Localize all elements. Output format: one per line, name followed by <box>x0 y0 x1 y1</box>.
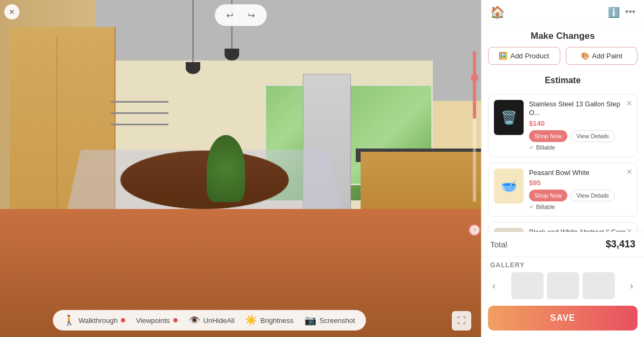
bottom-toolbar: 🚶 Walkthrough Viewpoints 👁️ UnHideAll ☀️… <box>52 310 365 331</box>
product-image: 🖼️ <box>494 228 524 232</box>
estimate-section: Estimate <box>482 71 644 94</box>
product-card: ✕ 🗑️ Stainless Steel 13 Gallon Step O...… <box>488 94 638 157</box>
product-close-button[interactable]: ✕ <box>626 167 633 176</box>
gallery-thumb-3 <box>582 272 615 299</box>
walkthrough-label: Walkthrough <box>78 316 118 325</box>
scroll-indicator <box>473 51 476 203</box>
plant <box>207 135 245 203</box>
unhideall-tool[interactable]: 👁️ UnHideAll <box>188 314 235 326</box>
brightness-tool[interactable]: ☀️ Brightness <box>245 314 293 326</box>
info-icon[interactable]: ℹ️ <box>608 6 620 18</box>
fullscreen-button[interactable]: ⛶ <box>452 311 471 331</box>
add-product-button[interactable]: 🖼️ Add Product <box>488 47 560 65</box>
walkthrough-dot <box>121 318 125 322</box>
add-paint-icon: 🎨 <box>581 52 589 60</box>
viewpoints-dot <box>173 318 178 322</box>
gallery-thumb-2 <box>547 272 579 299</box>
unhide-icon: 👁️ <box>188 314 200 326</box>
undo-button[interactable]: ↩ <box>221 6 239 24</box>
shop-now-button[interactable]: Shop Now <box>529 130 567 142</box>
gallery-section: GALLERY ‹ › <box>482 257 644 301</box>
add-product-label: Add Product <box>510 52 549 60</box>
product-info: Black and White Abstract I' Grap... $92 … <box>529 228 632 232</box>
undo-icon: ↩ <box>226 10 233 21</box>
product-card: ✕ 🥣 Peasant Bowl White $95 Shop Now View… <box>488 163 638 217</box>
right-panel: 🏠 ℹ️ ••• Make Changes 🖼️ Add Product 🎨 A… <box>481 0 644 337</box>
product-close-button[interactable]: ✕ <box>626 227 633 232</box>
save-button[interactable]: SAVE <box>488 306 638 331</box>
gallery-images <box>498 272 628 299</box>
add-paint-button[interactable]: 🎨 Add Paint <box>566 47 638 65</box>
view-details-button[interactable]: View Details <box>571 190 615 201</box>
gallery-prev-button[interactable]: ‹ <box>490 278 498 294</box>
product-name: Black and White Abstract I' Grap... <box>529 228 632 232</box>
walkthrough-icon: 🚶 <box>63 314 75 326</box>
product-name: Stainless Steel 13 Gallon Step O... <box>529 100 632 118</box>
total-row: Total $3,413 <box>482 232 644 257</box>
product-name: Peasant Bowl White <box>529 168 632 177</box>
add-paint-label: Add Paint <box>592 52 622 60</box>
estimate-title: Estimate <box>488 71 638 90</box>
viewpoints-label: Viewpoints <box>136 316 170 325</box>
product-actions: Shop Now View Details <box>529 190 632 201</box>
brightness-icon: ☀️ <box>245 314 257 326</box>
product-info: Peasant Bowl White $95 Shop Now View Det… <box>529 168 632 211</box>
billable-label: Billable <box>536 204 555 210</box>
more-icon[interactable]: ••• <box>625 6 635 18</box>
viewpoints-tool[interactable]: Viewpoints <box>136 316 178 325</box>
product-info: Stainless Steel 13 Gallon Step O... $140… <box>529 100 632 151</box>
gallery-next-button[interactable]: › <box>628 278 635 294</box>
total-label: Total <box>490 240 507 249</box>
check-icon: ✓ <box>529 144 534 151</box>
add-product-icon: 🖼️ <box>499 52 507 60</box>
product-price: $95 <box>529 179 632 187</box>
close-icon: ✕ <box>9 8 15 16</box>
panel-header: 🏠 ℹ️ ••• <box>482 0 644 24</box>
billable-row: ✓ Billable <box>529 144 632 151</box>
check-icon: ✓ <box>529 204 534 211</box>
view-details-button[interactable]: View Details <box>571 130 615 142</box>
make-changes-title: Make Changes <box>482 24 644 47</box>
gallery-thumb-1 <box>511 272 544 299</box>
product-actions: Shop Now View Details <box>529 130 632 142</box>
billable-label: Billable <box>536 144 555 151</box>
scroll-dot-bottom: + <box>469 224 480 236</box>
product-close-button[interactable]: ✕ <box>626 99 633 107</box>
fullscreen-icon: ⛶ <box>457 316 466 326</box>
total-value: $3,413 <box>606 239 635 250</box>
room-scene <box>0 0 481 337</box>
unhideall-label: UnHideAll <box>204 316 235 325</box>
product-card: ✕ 🖼️ Black and White Abstract I' Grap...… <box>488 222 638 232</box>
redo-button[interactable]: ↪ <box>243 6 260 24</box>
walkthrough-tool[interactable]: 🚶 Walkthrough <box>63 314 125 326</box>
redo-icon: ↪ <box>248 10 255 21</box>
room-viewport: ✕ ↩ ↪ + 🚶 Walkthrough Viewpoints 👁️ UnHi… <box>0 0 481 337</box>
scroll-thumb <box>473 51 476 119</box>
screenshot-label: Screenshot <box>320 316 355 325</box>
product-list: ✕ 🗑️ Stainless Steel 13 Gallon Step O...… <box>482 94 644 232</box>
shop-now-button[interactable]: Shop Now <box>529 190 567 201</box>
product-price: $140 <box>529 119 632 127</box>
gallery-title: GALLERY <box>490 261 635 269</box>
screenshot-tool[interactable]: 📷 Screenshot <box>304 314 355 326</box>
close-button[interactable]: ✕ <box>4 4 19 19</box>
gallery-row: ‹ › <box>490 272 635 299</box>
billable-row: ✓ Billable <box>529 204 632 211</box>
panel-header-icons: ℹ️ ••• <box>608 6 635 18</box>
screenshot-icon: 📷 <box>304 314 316 326</box>
top-toolbar: ↩ ↪ <box>215 4 267 26</box>
action-buttons: 🖼️ Add Product 🎨 Add Paint <box>482 47 644 71</box>
product-image: 🗑️ <box>494 100 524 135</box>
brightness-label: Brightness <box>260 316 293 325</box>
product-image: 🥣 <box>494 168 524 204</box>
panel-logo: 🏠 <box>490 5 505 19</box>
pendant-light-1 <box>192 0 194 74</box>
